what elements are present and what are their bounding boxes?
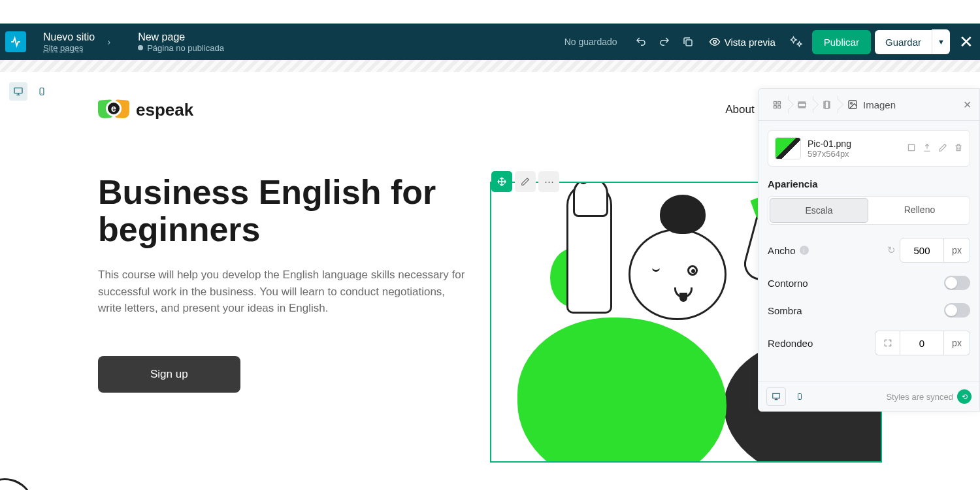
crumb-current: Imagen bbox=[841, 99, 896, 110]
reset-width-icon[interactable]: ↻ bbox=[887, 244, 896, 256]
canvas-edge-stripe bbox=[0, 60, 980, 72]
panel-close-button[interactable]: ✕ bbox=[963, 99, 972, 111]
app-logo-icon[interactable] bbox=[5, 31, 26, 52]
eye-icon bbox=[709, 36, 721, 48]
site-pages-link[interactable]: Site pages bbox=[43, 43, 95, 53]
svg-rect-6 bbox=[774, 105, 777, 108]
panel-mobile-icon[interactable] bbox=[790, 387, 809, 406]
shadow-label: Sombra bbox=[768, 305, 944, 316]
radius-label: Redondeo bbox=[768, 338, 875, 349]
properties-panel: Imagen ✕ Pic-01.png 597x564px Apariencia… bbox=[758, 88, 980, 412]
width-input[interactable] bbox=[900, 238, 944, 263]
crumb-section-icon[interactable] bbox=[766, 95, 789, 114]
crumb-column-icon[interactable] bbox=[816, 95, 838, 114]
radius-input[interactable] bbox=[900, 331, 944, 355]
svg-rect-5 bbox=[778, 101, 781, 104]
device-switcher bbox=[3, 77, 57, 106]
logo-mark-icon: e bbox=[98, 98, 129, 122]
image-icon bbox=[847, 99, 858, 110]
upload-icon[interactable] bbox=[923, 143, 932, 154]
radius-unit[interactable]: px bbox=[944, 331, 970, 355]
pencil-icon[interactable] bbox=[938, 143, 947, 154]
panel-breadcrumb: Imagen ✕ bbox=[759, 89, 979, 121]
scale-option[interactable]: Escala bbox=[770, 198, 868, 223]
width-unit[interactable]: px bbox=[944, 238, 970, 263]
magic-icon[interactable] bbox=[785, 30, 808, 54]
desktop-view-button[interactable] bbox=[9, 82, 27, 101]
appearance-heading: Apariencia bbox=[768, 178, 970, 189]
svg-rect-4 bbox=[774, 101, 777, 104]
panel-desktop-icon[interactable] bbox=[766, 387, 786, 406]
breadcrumb-site[interactable]: Nuevo sitio Site pages › bbox=[31, 31, 106, 53]
panel-footer: Styles are synced ⟲ bbox=[759, 382, 979, 411]
save-status: No guardado bbox=[564, 37, 617, 47]
corners-icon[interactable] bbox=[875, 331, 900, 355]
mobile-view-button[interactable] bbox=[33, 82, 51, 101]
fill-option[interactable]: Relleno bbox=[871, 198, 968, 223]
signup-button[interactable]: Sign up bbox=[98, 356, 240, 393]
redo-button[interactable] bbox=[653, 30, 676, 54]
close-button[interactable]: ✕ bbox=[959, 32, 973, 52]
breadcrumb-page[interactable]: New page Página no publicada bbox=[126, 31, 236, 53]
preview-button[interactable]: Vista previa bbox=[700, 31, 785, 53]
image-thumbnail[interactable] bbox=[775, 137, 801, 159]
brand-name: espeak bbox=[136, 100, 193, 120]
page-status: Página no publicada bbox=[138, 43, 224, 53]
trash-icon[interactable] bbox=[954, 143, 963, 154]
site-title: Nuevo sitio bbox=[43, 31, 95, 43]
width-label: Anchoi bbox=[768, 245, 887, 256]
copy-icon[interactable] bbox=[676, 30, 700, 54]
publish-button[interactable]: Publicar bbox=[812, 30, 871, 54]
nav-about[interactable]: About bbox=[725, 103, 754, 116]
svg-point-11 bbox=[851, 103, 853, 105]
image-filename: Pic-01.png bbox=[808, 139, 900, 149]
svg-rect-0 bbox=[686, 40, 692, 46]
page-title: New page bbox=[138, 31, 224, 43]
image-file-card: Pic-01.png 597x564px bbox=[768, 130, 970, 167]
svg-rect-9 bbox=[825, 101, 828, 108]
svg-rect-8 bbox=[798, 103, 806, 106]
svg-rect-13 bbox=[773, 393, 780, 398]
undo-button[interactable] bbox=[629, 30, 653, 54]
brand-logo[interactable]: e espeak bbox=[98, 98, 193, 122]
preview-label: Vista previa bbox=[725, 37, 776, 48]
shadow-toggle[interactable] bbox=[944, 303, 970, 318]
chevron-right-icon: › bbox=[107, 37, 110, 47]
image-dimensions: 597x564px bbox=[808, 149, 900, 159]
fit-mode-segment: Escala Relleno bbox=[768, 196, 970, 225]
save-button[interactable]: Guardar bbox=[875, 30, 932, 54]
outline-label: Contorno bbox=[768, 278, 944, 289]
svg-rect-7 bbox=[778, 105, 781, 108]
decoration-line bbox=[0, 468, 55, 490]
crumb-row-icon[interactable] bbox=[791, 95, 813, 114]
crop-icon[interactable] bbox=[907, 143, 916, 154]
top-toolbar: Nuevo sitio Site pages › New page Página… bbox=[0, 24, 980, 60]
sync-status: Styles are synced ⟲ bbox=[886, 389, 972, 404]
info-icon[interactable]: i bbox=[800, 246, 809, 255]
outline-toggle[interactable] bbox=[944, 276, 970, 290]
hero-title[interactable]: Business English for beginners bbox=[98, 174, 470, 248]
save-dropdown[interactable]: ▼ bbox=[932, 29, 950, 54]
hero-description[interactable]: This course will help you develop the En… bbox=[98, 267, 470, 317]
svg-point-1 bbox=[713, 41, 716, 44]
link-icon[interactable]: ⟲ bbox=[957, 389, 972, 404]
svg-rect-12 bbox=[908, 144, 914, 150]
svg-rect-2 bbox=[14, 88, 22, 93]
